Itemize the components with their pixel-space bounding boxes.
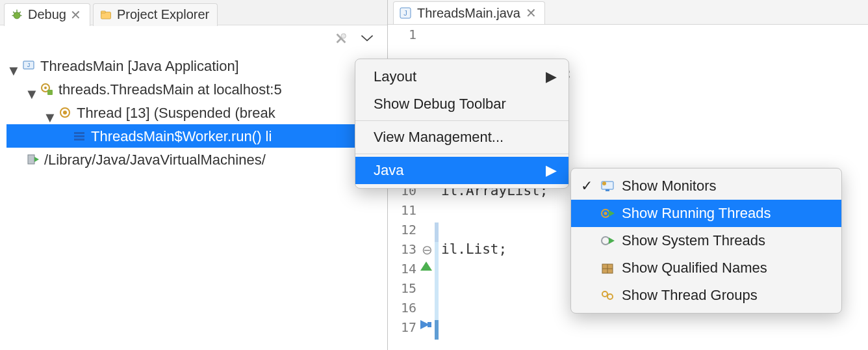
tree-launch-config[interactable]: ▼ J ThreadsMain [Java Application]: [6, 54, 387, 77]
menu-item-layout[interactable]: Layout ▶: [355, 63, 568, 90]
editor-tab-label: ThreadsMain.java: [417, 6, 520, 21]
svg-text:J: J: [27, 62, 31, 68]
line-number: 17: [388, 317, 416, 337]
svg-rect-20: [74, 139, 84, 141]
debug-target-icon: [39, 82, 55, 96]
twisty-expanded-icon: ▼: [6, 60, 18, 72]
line-number: 12: [388, 220, 416, 239]
svg-point-30: [602, 182, 606, 185]
remove-terminated-icon[interactable]: [334, 31, 348, 46]
submenu-arrow-icon: ▶: [546, 68, 557, 85]
svg-point-40: [607, 294, 613, 299]
package-icon: [600, 261, 615, 275]
svg-point-14: [44, 87, 47, 89]
tree-vm-label: /Library/Java/JavaVirtualMachines/: [44, 149, 266, 170]
tree-vm-process[interactable]: /Library/Java/JavaVirtualMachines/: [6, 148, 387, 171]
java-app-icon: J: [21, 59, 36, 73]
debug-view-toolbar: [0, 25, 387, 51]
close-icon[interactable]: ✕: [526, 5, 537, 21]
menu-item-label: Show Debug Toolbar: [374, 96, 506, 113]
menu-item-label: Java: [374, 162, 403, 179]
monitor-icon: [600, 179, 615, 193]
submenu-item-label: Show Running Threads: [622, 205, 771, 222]
svg-rect-27: [428, 322, 431, 327]
submenu-item-show-qualified-names[interactable]: Show Qualified Names: [571, 254, 841, 282]
bug-icon: [10, 8, 24, 22]
twisty-expanded-icon: ▼: [25, 83, 36, 95]
editor-tab-bar: J ThreadsMain.java ✕: [388, 0, 868, 25]
debug-view-panel: Debug ✕ Project Explorer ▼: [0, 0, 388, 350]
menu-item-label: View Management...: [374, 129, 504, 146]
tab-project-explorer[interactable]: Project Explorer: [93, 3, 218, 26]
folder-app-icon: [99, 8, 113, 22]
submenu-arrow-icon: ▶: [546, 162, 557, 179]
line-number: 15: [388, 278, 416, 298]
left-tab-bar: Debug ✕ Project Explorer: [0, 0, 387, 25]
svg-point-34: [602, 237, 609, 245]
svg-line-5: [19, 12, 21, 14]
submenu-item-label: Show Thread Groups: [622, 287, 758, 304]
stack-frame-icon: [71, 129, 87, 143]
menu-separator: [355, 154, 568, 154]
svg-rect-18: [74, 132, 84, 134]
submenu-item-show-monitors[interactable]: ✓ Show Monitors: [571, 172, 841, 200]
line-number: 11: [388, 200, 416, 220]
tab-project-explorer-label: Project Explorer: [117, 7, 209, 22]
override-marker-icon: [420, 262, 432, 271]
tab-debug-label: Debug: [28, 7, 66, 22]
line-number: 14: [388, 259, 416, 278]
java-file-icon: J: [399, 7, 413, 20]
svg-rect-19: [74, 135, 84, 137]
running-thread-icon: [600, 206, 615, 221]
svg-marker-33: [609, 210, 615, 217]
code-text: il.List;: [441, 241, 507, 257]
tree-process-label: threads.ThreadsMain at localhost:5: [58, 79, 282, 100]
tree-thread-label: Thread [13] (Suspended (break: [77, 102, 275, 124]
java-submenu: ✓ Show Monitors Show Running Threads: [570, 168, 842, 314]
tree-stack-frame[interactable]: ThreadsMain$Worker.run() li: [6, 124, 387, 148]
submenu-item-show-system-threads[interactable]: Show System Threads: [571, 227, 841, 254]
debug-tree: ▼ J ThreadsMain [Java Application] ▼ thr…: [0, 51, 387, 171]
menu-separator: [355, 120, 568, 121]
svg-point-17: [63, 111, 67, 114]
editor-tab-threadsmain[interactable]: J ThreadsMain.java ✕: [393, 1, 545, 24]
collapse-icon[interactable]: ⊖: [422, 242, 433, 258]
tree-launch-label: ThreadsMain [Java Application]: [40, 55, 239, 77]
view-menu-chevron-icon[interactable]: [360, 34, 374, 42]
thread-group-icon: [600, 288, 615, 303]
svg-rect-15: [47, 90, 53, 95]
thread-suspended-icon: [57, 105, 73, 120]
menu-item-view-management[interactable]: View Management...: [355, 124, 568, 151]
line-number: 16: [388, 298, 416, 317]
submenu-item-label: Show System Threads: [622, 232, 765, 249]
tree-debug-target[interactable]: ▼ threads.ThreadsMain at localhost:5: [6, 77, 387, 101]
line-number: 1: [388, 25, 416, 44]
svg-rect-29: [606, 189, 609, 191]
menu-item-label: Layout: [374, 68, 416, 85]
submenu-item-show-running-threads[interactable]: Show Running Threads: [571, 200, 841, 227]
tab-debug[interactable]: Debug ✕: [4, 3, 90, 26]
instruction-pointer-icon: [420, 320, 432, 329]
twisty-expanded-icon: ▼: [43, 107, 55, 118]
line-number: 13: [388, 239, 416, 259]
submenu-item-label: Show Monitors: [622, 178, 717, 195]
menu-item-show-debug-toolbar[interactable]: Show Debug Toolbar: [355, 90, 568, 118]
svg-line-4: [13, 12, 15, 14]
submenu-item-label: Show Qualified Names: [622, 260, 767, 276]
svg-point-39: [602, 291, 607, 297]
tree-frame-label: ThreadsMain$Worker.run() li: [91, 126, 272, 147]
close-icon[interactable]: ✕: [70, 7, 82, 23]
svg-point-10: [341, 34, 346, 38]
svg-marker-35: [609, 237, 615, 244]
checkmark-icon: ✓: [580, 178, 593, 195]
menu-item-java[interactable]: Java ▶: [355, 157, 568, 184]
svg-point-32: [604, 212, 607, 215]
svg-rect-7: [101, 11, 105, 13]
svg-rect-21: [28, 155, 34, 164]
svg-text:J: J: [403, 9, 407, 17]
svg-marker-25: [420, 262, 432, 271]
svg-marker-22: [34, 157, 39, 162]
view-context-menu: Layout ▶ Show Debug Toolbar View Managem…: [355, 59, 569, 189]
tree-thread[interactable]: ▼ Thread [13] (Suspended (break: [6, 101, 387, 124]
submenu-item-show-thread-groups[interactable]: Show Thread Groups: [571, 282, 841, 309]
